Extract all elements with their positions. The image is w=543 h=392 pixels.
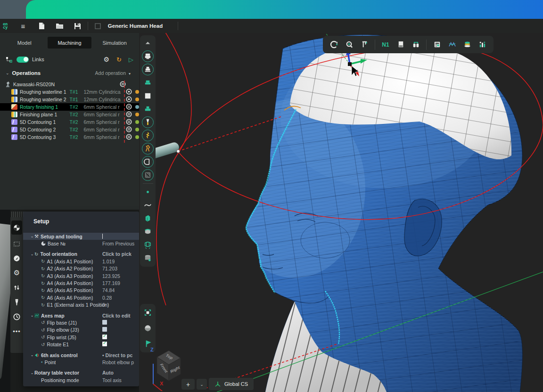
operation-status-icon[interactable] bbox=[125, 96, 132, 103]
setup-parameter-row[interactable]: ↻A4 (Axis A4 Position)177.169 bbox=[23, 279, 139, 286]
operation-row[interactable]: Finishing plane 1T#26mm Spherical r bbox=[0, 111, 139, 118]
setup-parameter-row[interactable]: ↻A1 (Axis A1 Position)1.019 bbox=[23, 258, 139, 265]
operation-status-icon[interactable] bbox=[125, 126, 132, 133]
control-panel-icon[interactable] bbox=[430, 38, 444, 51]
cylinder-icon[interactable] bbox=[142, 252, 154, 264]
navigation-cube[interactable]: Z X Top Front Right bbox=[143, 344, 188, 391]
toolpath-wave-icon[interactable] bbox=[445, 38, 459, 51]
head-model[interactable] bbox=[224, 33, 543, 392]
setup-parameter-row[interactable]: ↻A6 (Axis A6 Position)0.28 bbox=[23, 294, 139, 301]
surface-grid-icon[interactable] bbox=[142, 239, 154, 251]
show-holder-icon[interactable] bbox=[142, 156, 154, 168]
curve-icon[interactable] bbox=[142, 199, 154, 211]
operation-row[interactable]: Roughing waterline 1T#112mm Cylindrica bbox=[0, 88, 139, 96]
surface-band-icon[interactable] bbox=[142, 226, 154, 237]
setup-parameter-row[interactable]: Base №From Previous bbox=[23, 240, 139, 247]
parameters-gear-icon[interactable]: ⚙ bbox=[11, 267, 22, 278]
operation-row[interactable]: 5D Contouring 2T#26mm Spherical r bbox=[0, 126, 139, 133]
show-machine-icon[interactable] bbox=[142, 90, 154, 102]
show-workpiece-icon[interactable] bbox=[142, 64, 154, 75]
show-stock-small-icon[interactable] bbox=[142, 77, 154, 89]
3d-viewport[interactable]: N1 Z X Top Front Right + ⌄ Global CS bbox=[139, 33, 543, 392]
operation-status-icon[interactable] bbox=[125, 119, 132, 126]
approach-return-icon[interactable] bbox=[11, 282, 22, 293]
show-part-icon[interactable] bbox=[142, 50, 154, 62]
checkbox[interactable] bbox=[102, 335, 107, 339]
app-logo-icon[interactable]: ency bbox=[3, 23, 8, 29]
show-robot-icon[interactable] bbox=[142, 143, 154, 155]
caliper-icon[interactable] bbox=[358, 38, 371, 51]
project-checkbox-icon[interactable] bbox=[92, 21, 104, 31]
surface-icon[interactable] bbox=[142, 212, 154, 224]
job-assignment-icon[interactable] bbox=[11, 238, 22, 249]
operation-row[interactable]: Rotary finishing 1T#26mm Spherical r bbox=[0, 103, 139, 111]
checkbox[interactable] bbox=[102, 320, 107, 325]
stock-icon[interactable] bbox=[461, 38, 474, 51]
setup-section-header[interactable]: ⌄↻Tool orientationClick to pick bbox=[23, 251, 139, 258]
checkbox[interactable] bbox=[102, 342, 107, 346]
nc-program-icon[interactable]: N1 bbox=[379, 38, 392, 51]
setup-parameter-row[interactable]: ↻A5 (Axis A5 Position)74.84 bbox=[23, 287, 139, 294]
setup-parameter-row[interactable]: Positioning modeTool axis bbox=[23, 376, 139, 384]
add-operation-button[interactable]: Add operation▾ bbox=[95, 70, 133, 76]
cs-dropdown-button[interactable]: ⌄ bbox=[197, 379, 207, 390]
recalculate-icon[interactable]: ↻ bbox=[116, 56, 122, 63]
strategy-icon[interactable] bbox=[11, 253, 22, 264]
operation-name: Roughing waterline 2 bbox=[20, 97, 70, 102]
operations-caret-icon[interactable]: ⌄ bbox=[6, 71, 9, 75]
show-fixture-icon[interactable] bbox=[142, 103, 154, 115]
setup-parameter-row[interactable]: •PointRobot elbow p bbox=[23, 359, 139, 366]
show-tool-icon[interactable] bbox=[142, 116, 154, 128]
run-icon[interactable]: ▷ bbox=[129, 56, 133, 63]
setup-section-header[interactable]: ⌄Rotary table vectorAuto bbox=[23, 369, 139, 376]
setup-parameter-row[interactable]: ↻A2 (Axis A2 Position)71.203 bbox=[23, 265, 139, 272]
collapse-arrow-icon[interactable] bbox=[142, 37, 154, 49]
robot-cell-icon[interactable] bbox=[409, 38, 422, 51]
settings-gear-icon[interactable]: ⚙ bbox=[104, 56, 110, 63]
menu-icon[interactable]: ≡ bbox=[17, 21, 29, 31]
show-drill-icon[interactable] bbox=[142, 130, 154, 141]
drag-handle[interactable] bbox=[10, 212, 23, 217]
show-mesh-icon[interactable] bbox=[142, 169, 154, 181]
cube-body[interactable]: Top Front Right bbox=[157, 351, 181, 381]
operation-status-icon[interactable] bbox=[125, 134, 132, 141]
setup-section-header[interactable]: ⌄⚒Setup and tooling bbox=[23, 233, 139, 240]
setup-parameter-row[interactable]: ↺Flip base (J1) bbox=[23, 319, 139, 326]
statistics-icon[interactable] bbox=[476, 38, 489, 51]
setup-parameter-row[interactable]: ↺Flip elbow (J3) bbox=[23, 327, 139, 334]
setup-section-header[interactable]: ⌄Axes mapClick to edit bbox=[23, 312, 139, 319]
operation-status-icon[interactable] bbox=[125, 89, 132, 96]
links-toggle[interactable] bbox=[16, 57, 29, 63]
operation-status-icon[interactable] bbox=[125, 104, 132, 111]
links-graph-icon[interactable] bbox=[6, 57, 13, 63]
operation-status-icon[interactable] bbox=[125, 111, 132, 118]
setup-section-header[interactable]: ⌄6th axis control• Direct to pc bbox=[23, 351, 139, 359]
machine-icon[interactable] bbox=[394, 38, 407, 51]
setup-parameter-row[interactable]: ↺Rotate E1 bbox=[23, 341, 139, 348]
checkbox[interactable] bbox=[102, 327, 107, 332]
probe-icon[interactable] bbox=[343, 38, 356, 51]
global-cs-button[interactable]: Global CS bbox=[209, 378, 254, 390]
tab-model[interactable]: Model bbox=[2, 37, 47, 49]
operation-row[interactable]: 5D Contouring 1T#26mm Spherical r bbox=[0, 118, 139, 126]
operation-row[interactable]: 5D Contouring 3T#26mm Spherical r bbox=[0, 133, 139, 141]
shaded-view-icon[interactable] bbox=[142, 322, 154, 334]
feeds-icon[interactable] bbox=[11, 311, 22, 322]
setup-parameter-row[interactable]: ↻A3 (Axis A3 Position)123.925 bbox=[23, 272, 139, 279]
add-cs-button[interactable]: + bbox=[181, 379, 195, 390]
point-icon[interactable] bbox=[142, 186, 154, 198]
save-icon[interactable] bbox=[72, 21, 84, 31]
setup-parameter-row[interactable]: ↻E1 (External axis 1 Position)0 bbox=[23, 302, 139, 309]
new-file-icon[interactable] bbox=[36, 21, 48, 31]
open-folder-icon[interactable] bbox=[54, 21, 66, 31]
more-icon[interactable]: ••• bbox=[11, 326, 22, 337]
setup-parameter-row[interactable]: ↺Flip wrist (J5) bbox=[23, 334, 139, 341]
tab-machining[interactable]: Machining bbox=[48, 37, 92, 49]
tool-icon[interactable] bbox=[11, 296, 22, 308]
fit-view-icon[interactable] bbox=[142, 307, 154, 318]
operation-row[interactable]: Kawasaki-RS020N bbox=[0, 81, 139, 88]
operation-row[interactable]: Roughing waterline 2T#112mm Cylindrica bbox=[0, 96, 139, 103]
tab-simulation[interactable]: Simulation bbox=[92, 37, 137, 49]
c-axis-icon[interactable] bbox=[328, 38, 341, 51]
setup-target-icon[interactable] bbox=[11, 220, 22, 235]
